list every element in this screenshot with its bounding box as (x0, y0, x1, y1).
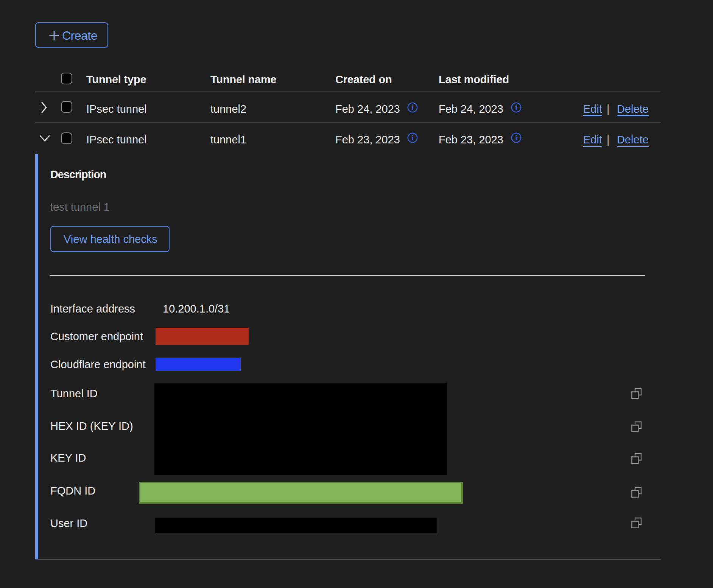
svg-text:i: i (515, 103, 517, 112)
svg-text:i: i (515, 134, 517, 142)
svg-text:i: i (411, 103, 414, 112)
svg-text:i: i (411, 134, 414, 142)
